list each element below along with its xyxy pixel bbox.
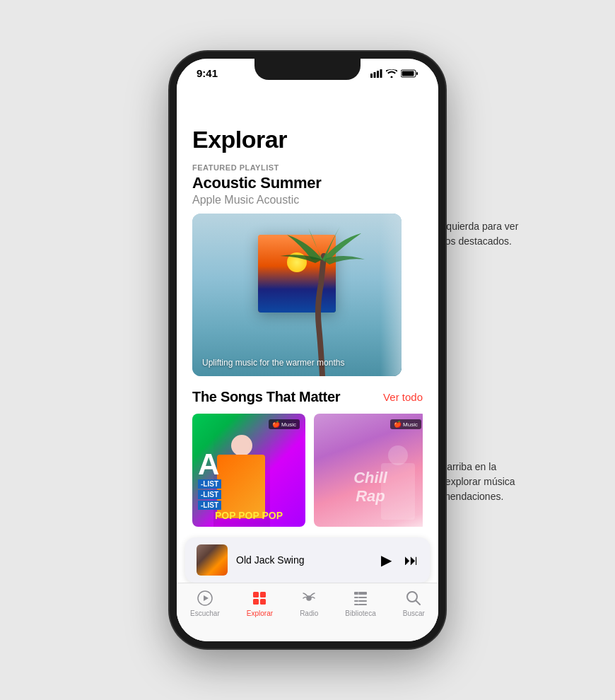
a-letter: A: [198, 450, 300, 479]
tab-explore-label: Explorar: [247, 609, 273, 617]
scene: Desliza a la izquierda para ver música y…: [0, 0, 615, 700]
list-line-3: -LIST: [198, 501, 221, 510]
svg-marker-8: [204, 595, 209, 601]
featured-cards-row: FEATURED PLAYLIST Acoustic Summer Apple …: [192, 163, 423, 376]
svg-line-20: [416, 601, 421, 605]
mini-track-name: Old Jack Swing: [236, 554, 373, 566]
tab-radio-label: Radio: [300, 609, 318, 617]
chill-body: [381, 463, 415, 520]
tab-search-icon: [404, 589, 423, 607]
signal-icon: [370, 69, 382, 78]
svg-rect-16: [354, 600, 367, 602]
mini-album-art: [197, 544, 228, 576]
list-line-2: -LIST: [198, 490, 221, 499]
image-caption: Uplifting music for the warmer months: [202, 358, 344, 368]
tab-listen[interactable]: Escuchar: [190, 589, 220, 617]
page-title: Explorar: [177, 119, 438, 163]
chill-person: [377, 442, 420, 527]
wifi-icon: [386, 69, 397, 78]
apple-icon-2: 🍎: [394, 421, 402, 428]
tab-radio[interactable]: Radio: [300, 589, 318, 617]
featured-label: FEATURED PLAYLIST: [192, 163, 402, 172]
badge-label-2: Music: [403, 421, 418, 428]
svg-rect-6: [402, 71, 414, 76]
list-line-1: -LIST: [198, 479, 221, 489]
tab-listen-label: Escuchar: [190, 609, 220, 617]
svg-rect-2: [377, 71, 379, 78]
featured-card-acoustic[interactable]: FEATURED PLAYLIST Acoustic Summer Apple …: [192, 163, 402, 376]
tab-library[interactable]: Biblioteca: [345, 589, 375, 617]
svg-rect-14: [354, 592, 367, 595]
status-icons: [370, 69, 418, 78]
apple-music-badge-2: 🍎 Music: [390, 419, 421, 429]
list-lines: -LIST -LIST -LIST: [198, 479, 300, 510]
featured-image[interactable]: Uplifting music for the warmer months: [192, 214, 402, 376]
mini-player[interactable]: Old Jack Swing ▶ ⏭: [185, 537, 430, 583]
svg-rect-17: [354, 604, 367, 605]
svg-rect-9: [253, 592, 259, 597]
album-card-chill-rap[interactable]: 🍎 Music ChillRap: [314, 414, 423, 527]
section-header: The Songs That Matter Ver todo: [192, 389, 423, 405]
svg-rect-1: [374, 72, 376, 78]
songs-section: The Songs That Matter Ver todo 🍎 Music: [177, 376, 438, 527]
scroll-fade-right: [380, 214, 402, 376]
albums-row: 🍎 Music: [192, 414, 423, 527]
featured-section: FEATURED PLAYLIST Acoustic Summer Apple …: [177, 163, 438, 376]
album-1-overlay: A -LIST -LIST -LIST POP POP POP: [192, 444, 305, 527]
tab-search[interactable]: Buscar: [403, 589, 425, 617]
svg-rect-0: [370, 74, 373, 78]
chill-head: [388, 445, 408, 465]
mini-controls: ▶ ⏭: [381, 552, 418, 568]
fast-forward-button[interactable]: ⏭: [404, 552, 418, 568]
see-all-button[interactable]: Ver todo: [383, 391, 423, 403]
svg-rect-11: [253, 599, 259, 605]
tab-radio-icon: [300, 589, 318, 607]
tab-bar: Escuchar Explorar: [177, 583, 438, 641]
tab-explore-icon: [250, 589, 269, 607]
screen: 9:41: [177, 59, 438, 641]
featured-image-inner: Uplifting music for the warmer months: [192, 214, 402, 376]
svg-rect-15: [354, 597, 367, 598]
tab-explore[interactable]: Explorar: [247, 589, 273, 617]
status-time: 9:41: [197, 67, 218, 79]
svg-rect-3: [380, 69, 382, 78]
featured-subtitle: Apple Music Acoustic: [192, 194, 402, 206]
notch: [254, 59, 361, 80]
svg-rect-5: [416, 72, 418, 75]
tab-library-icon: [351, 589, 370, 607]
featured-title: Acoustic Summer: [192, 174, 402, 192]
svg-rect-12: [260, 599, 266, 605]
tab-library-label: Biblioteca: [345, 609, 375, 617]
palm-tree-illustration: [259, 221, 386, 376]
pop-pop-pop: POP POP POP: [198, 510, 300, 521]
content-area: Explorar FEATURED PLAYLIST Acoustic Summ…: [177, 83, 438, 607]
tab-search-label: Buscar: [403, 609, 425, 617]
svg-rect-18: [358, 592, 359, 605]
tab-listen-icon: [196, 589, 214, 607]
play-button[interactable]: ▶: [381, 552, 392, 568]
section-title: The Songs That Matter: [192, 389, 340, 405]
battery-icon: [401, 69, 418, 78]
phone-frame: 9:41: [170, 52, 445, 648]
svg-rect-10: [260, 592, 266, 597]
album-card-alist[interactable]: 🍎 Music: [192, 414, 305, 527]
